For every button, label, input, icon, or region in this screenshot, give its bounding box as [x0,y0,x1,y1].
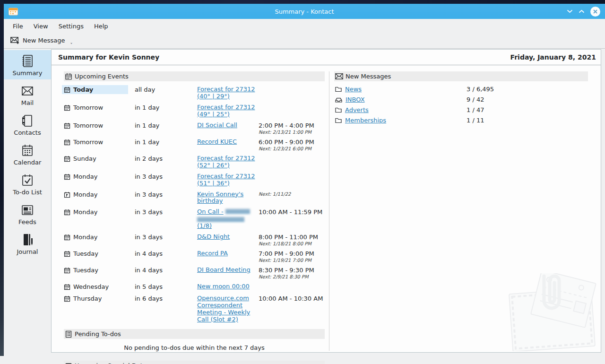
event-when: in 4 days [135,249,197,257]
sidebar-item-feeds[interactable]: Feeds [4,199,51,228]
event-link[interactable]: DI Social Call [197,121,237,129]
event-day: Thursday [73,295,102,302]
redacted-text [197,217,244,222]
sidebar-label-calendar: Calendar [14,159,41,166]
event-link[interactable]: Forecast for 27312 (49° | 25°) [197,104,255,118]
new-message-label: New Message [23,37,65,44]
new-message-button[interactable]: New Message ˅ [9,35,72,46]
event-row: Monday in 3 days D&D Night 8:00 PM - 11:… [64,232,325,248]
event-day: Monday [73,234,97,241]
sidebar-item-journal[interactable]: Journal [4,229,51,258]
event-when: in 3 days [135,233,197,241]
event-day: Tuesday [73,250,98,257]
event-row: Tomorrow in 1 day Forecast for 27312 (49… [64,102,325,120]
folder-counts: 9 / 42 [467,96,595,103]
event-row: Tomorrow in 1 day DI Social Call 2:00 PM… [64,120,325,137]
event-day: Tomorrow [73,104,103,111]
events-column: Upcoming Events [64,71,325,351]
chevron-down-icon: ˅ [70,43,72,48]
folder-link[interactable]: Adverts [345,106,369,113]
menu-view[interactable]: View [28,20,53,32]
event-day: Tuesday [73,267,98,274]
sidebar-item-contacts[interactable]: Contacts [4,110,51,139]
menu-help[interactable]: Help [89,20,113,32]
section-title: Upcoming Special Dates [75,362,150,364]
toolbar: New Message ˅ [4,33,605,49]
sidebar-label-mail: Mail [21,99,34,106]
event-link[interactable]: Forecast for 27312 (52° | 26°) [197,155,255,169]
event-link[interactable]: Record KUEC [197,138,237,145]
event-next-occurrence: Next: 1/19/21 7:00 PM [259,258,325,263]
event-link[interactable]: On Call -(1/8) [197,208,259,229]
calendar-icon [64,267,70,274]
sidebar-item-todo[interactable]: To-do List [4,169,51,199]
message-folder-row: Adverts 1 / 47 [334,105,595,115]
inbox-icon [335,97,342,103]
calendar-icon [64,104,70,111]
calendar-icon [64,251,70,257]
event-row: Monday in 3 days Kevin Sonney's birthday… [64,189,325,207]
calendar-icon [64,234,70,241]
event-when: in 2 days [135,154,197,162]
event-row: Wednesday in 5 days New moon 00:00 [64,281,325,293]
new-message-icon [10,37,19,44]
event-time: 10:00 AM - 11:59 PM [259,208,325,216]
event-time: 6:00 PM - 9:00 PM [259,139,325,146]
sidebar-item-summary[interactable]: Summary [4,50,51,79]
panel-header: Summary for Kevin Sonney Friday, January… [52,50,601,65]
menu-settings[interactable]: Settings [53,20,89,32]
birthday-icon [64,191,70,198]
event-link[interactable]: New moon 00:00 [197,283,250,290]
folder-icon [335,107,342,113]
titlebar: Summary - Kontact [4,4,605,19]
event-link[interactable]: D&D Night [197,233,230,240]
folder-counts: 1 / 11 [467,117,595,124]
section-title: Pending To-dos [75,330,121,338]
todo-list-icon [65,330,72,338]
app-icon [9,8,18,16]
event-time: 10:00 AM - 10:30 AM [259,295,325,302]
event-link[interactable]: DI Board Meeting [197,266,251,273]
sidebar-label-feeds: Feeds [18,218,36,225]
minimize-button[interactable] [567,9,573,13]
sidebar-label-journal: Journal [17,248,38,255]
maximize-button[interactable] [579,9,585,13]
event-row: Today all day Forecast for 27312 (40° | … [64,84,325,102]
redacted-text [225,209,250,214]
event-time: 7:00 PM - 9:00 PM [259,250,325,257]
calendar-icon [64,139,70,146]
special-dates-icon [65,362,72,364]
event-day: Monday [73,191,97,198]
event-day: Monday [73,173,97,180]
folder-link[interactable]: Memberships [345,117,386,124]
desktop-wallpaper-left [0,0,4,356]
event-link[interactable]: Opensource.com Correspondent Meeting - W… [197,295,250,323]
event-when: in 5 days [135,282,197,290]
event-when: in 4 days [135,266,197,274]
sidebar-label-todo: To-do List [13,189,42,196]
folder-link[interactable]: INBOX [346,96,365,103]
new-messages-header: New Messages [334,71,588,81]
close-button[interactable] [590,7,600,17]
event-row: Thursday in 6 days Opensource.com Corres… [64,293,325,325]
sidebar-item-calendar[interactable]: Calendar [4,139,51,169]
messages-list: News 3 / 6,495 [334,84,595,126]
event-link[interactable]: Kevin Sonney's birthday [197,191,243,205]
menu-file[interactable]: File [8,20,28,32]
event-link[interactable]: Record PA [197,250,228,257]
event-link[interactable]: Forecast for 27312 (51° | 36°) [197,173,255,187]
event-day: Today [73,86,93,93]
event-day: Tomorrow [73,122,103,129]
todos-empty-text: No pending to-dos due within the next 7 … [64,342,325,357]
event-when: in 1 day [135,103,197,111]
event-next-occurrence: Next: 1/18/21 8:00 PM [259,241,325,246]
event-day: Wednesday [73,283,109,290]
event-when: all day [135,85,197,93]
folder-link[interactable]: News [345,86,362,93]
event-link[interactable]: Forecast for 27312 (40° | 29°) [197,86,255,100]
sidebar-item-mail[interactable]: Mail [4,80,51,109]
contacts-icon [20,113,35,128]
calendar-icon [64,173,70,180]
event-row: Tuesday in 4 days Record PA 7:00 PM - 9:… [64,248,325,265]
event-day: Tomorrow [73,139,103,146]
